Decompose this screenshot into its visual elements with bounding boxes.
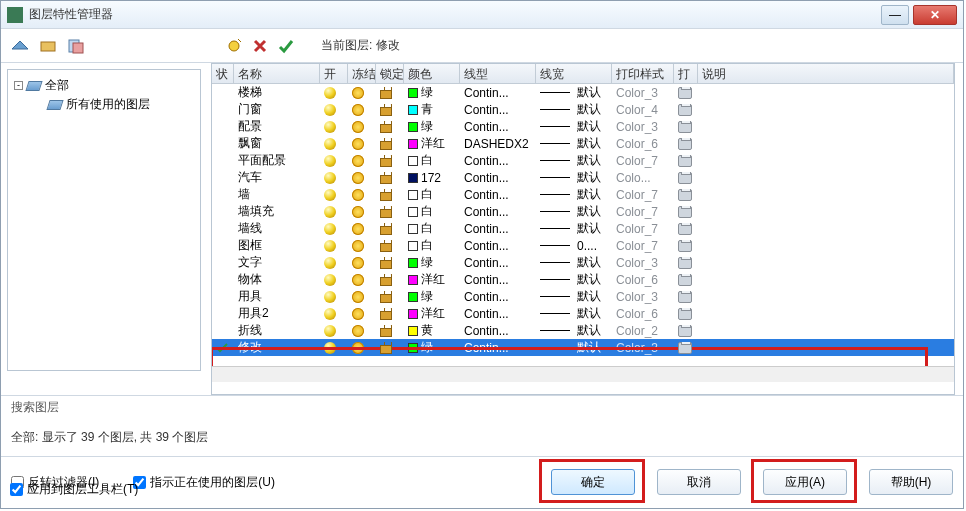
lineweight-cell[interactable]: 默认	[536, 169, 612, 186]
lineweight-cell[interactable]: 默认	[536, 152, 612, 169]
color-swatch[interactable]	[408, 156, 418, 166]
bulb-icon[interactable]	[324, 274, 336, 286]
col-on[interactable]: 开	[320, 64, 348, 83]
printer-icon[interactable]	[678, 291, 692, 303]
color-swatch[interactable]	[408, 292, 418, 302]
sun-icon[interactable]	[352, 342, 364, 354]
table-row[interactable]: 飘窗洋红DASHEDX2默认Color_6	[212, 135, 954, 152]
color-swatch[interactable]	[408, 258, 418, 268]
bulb-icon[interactable]	[324, 342, 336, 354]
printer-icon[interactable]	[678, 274, 692, 286]
table-row[interactable]: 平面配景白Contin...默认Color_7	[212, 152, 954, 169]
linetype-cell[interactable]: Contin...	[460, 341, 536, 355]
minimize-button[interactable]: —	[881, 5, 909, 25]
printer-icon[interactable]	[678, 308, 692, 320]
lineweight-cell[interactable]: 0....	[536, 239, 612, 253]
lock-icon[interactable]	[380, 189, 390, 201]
sun-icon[interactable]	[352, 172, 364, 184]
bulb-icon[interactable]	[324, 172, 336, 184]
grid-body[interactable]: 楼梯绿Contin...默认Color_3门窗青Contin...默认Color…	[212, 84, 954, 366]
printer-icon[interactable]	[678, 104, 692, 116]
lineweight-cell[interactable]: 默认	[536, 322, 612, 339]
printer-icon[interactable]	[678, 223, 692, 235]
printer-icon[interactable]	[678, 342, 692, 354]
table-row[interactable]: 墙线白Contin...默认Color_7	[212, 220, 954, 237]
delete-layer-icon[interactable]	[251, 37, 269, 55]
table-row[interactable]: 修改绿Contin...默认Color_3	[212, 339, 954, 356]
col-plotstyle[interactable]: 打印样式	[612, 64, 674, 83]
color-swatch[interactable]	[408, 275, 418, 285]
linetype-cell[interactable]: Contin...	[460, 239, 536, 253]
col-status[interactable]: 状	[212, 64, 234, 83]
lock-icon[interactable]	[380, 291, 390, 303]
sun-icon[interactable]	[352, 104, 364, 116]
layer-states-icon[interactable]	[67, 37, 85, 55]
table-row[interactable]: 折线黄Contin...默认Color_2	[212, 322, 954, 339]
sun-icon[interactable]	[352, 308, 364, 320]
lock-icon[interactable]	[380, 223, 390, 235]
sun-icon[interactable]	[352, 240, 364, 252]
printer-icon[interactable]	[678, 325, 692, 337]
printer-icon[interactable]	[678, 240, 692, 252]
color-swatch[interactable]	[408, 173, 418, 183]
search-bar[interactable]: 搜索图层	[1, 395, 963, 419]
printer-icon[interactable]	[678, 172, 692, 184]
indicate-in-use-option[interactable]: 指示正在使用的图层(U)	[133, 474, 275, 491]
color-swatch[interactable]	[408, 241, 418, 251]
lock-icon[interactable]	[380, 325, 390, 337]
lineweight-cell[interactable]: 默认	[536, 203, 612, 220]
color-swatch[interactable]	[408, 343, 418, 353]
bulb-icon[interactable]	[324, 206, 336, 218]
sun-icon[interactable]	[352, 223, 364, 235]
sun-icon[interactable]	[352, 274, 364, 286]
tree-root-item[interactable]: - 全部	[14, 76, 194, 95]
lineweight-cell[interactable]: 默认	[536, 135, 612, 152]
lineweight-cell[interactable]: 默认	[536, 254, 612, 271]
cancel-button[interactable]: 取消	[657, 469, 741, 495]
apply-button[interactable]: 应用(A)	[763, 469, 847, 495]
tree-child-item[interactable]: 所有使用的图层	[48, 95, 194, 114]
close-button[interactable]: ✕	[913, 5, 957, 25]
lineweight-cell[interactable]: 默认	[536, 288, 612, 305]
color-swatch[interactable]	[408, 105, 418, 115]
lineweight-cell[interactable]: 默认	[536, 186, 612, 203]
bulb-icon[interactable]	[324, 138, 336, 150]
col-freeze[interactable]: 冻结	[348, 64, 376, 83]
linetype-cell[interactable]: Contin...	[460, 324, 536, 338]
lock-icon[interactable]	[380, 172, 390, 184]
printer-icon[interactable]	[678, 257, 692, 269]
table-row[interactable]: 用具绿Contin...默认Color_3	[212, 288, 954, 305]
title-bar[interactable]: 图层特性管理器 — ✕	[1, 1, 963, 29]
new-filter-icon[interactable]	[11, 37, 29, 55]
color-swatch[interactable]	[408, 88, 418, 98]
grid-header[interactable]: 状 名称 开 冻结 锁定 颜色 线型 线宽 打印样式 打 说明	[212, 64, 954, 84]
printer-icon[interactable]	[678, 138, 692, 150]
linetype-cell[interactable]: Contin...	[460, 205, 536, 219]
lock-icon[interactable]	[380, 121, 390, 133]
lock-icon[interactable]	[380, 155, 390, 167]
table-row[interactable]: 汽车172Contin...默认Colo...	[212, 169, 954, 186]
apply-toolbar-checkbox[interactable]	[10, 483, 23, 496]
bulb-icon[interactable]	[324, 121, 336, 133]
color-swatch[interactable]	[408, 207, 418, 217]
sun-icon[interactable]	[352, 155, 364, 167]
table-row[interactable]: 楼梯绿Contin...默认Color_3	[212, 84, 954, 101]
lineweight-cell[interactable]: 默认	[536, 305, 612, 322]
color-swatch[interactable]	[408, 122, 418, 132]
col-name[interactable]: 名称	[234, 64, 320, 83]
lock-icon[interactable]	[380, 138, 390, 150]
lineweight-cell[interactable]: 默认	[536, 84, 612, 101]
table-row[interactable]: 文字绿Contin...默认Color_3	[212, 254, 954, 271]
col-lineweight[interactable]: 线宽	[536, 64, 612, 83]
sun-icon[interactable]	[352, 138, 364, 150]
lock-icon[interactable]	[380, 257, 390, 269]
bulb-icon[interactable]	[324, 291, 336, 303]
new-group-filter-icon[interactable]	[39, 37, 57, 55]
printer-icon[interactable]	[678, 87, 692, 99]
linetype-cell[interactable]: Contin...	[460, 256, 536, 270]
table-row[interactable]: 墙白Contin...默认Color_7	[212, 186, 954, 203]
expand-icon[interactable]: -	[14, 81, 23, 90]
bulb-icon[interactable]	[324, 308, 336, 320]
lock-icon[interactable]	[380, 342, 390, 354]
lock-icon[interactable]	[380, 240, 390, 252]
